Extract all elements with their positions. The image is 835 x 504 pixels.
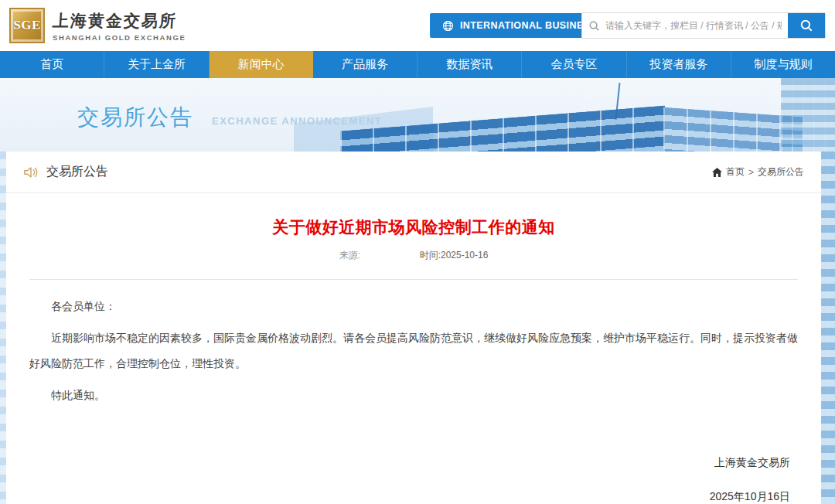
logo-badge-text: SGE [13, 18, 41, 33]
sge-logo-badge: SGE [9, 8, 45, 43]
nav-item-products[interactable]: 产品服务 [313, 51, 418, 78]
nav-label: 新闻中心 [238, 57, 285, 72]
source-label: 来源: [339, 250, 360, 261]
content-card: 交易所公告 首页 > 交易所公告 关于做好近期市场风险控制工作的通知 来源: 时… [6, 152, 821, 504]
header: SGE 上海黄金交易所 SHANGHAI GOLD EXCHANGE INTER… [0, 0, 835, 51]
breadcrumb-home[interactable]: 首页 [726, 165, 745, 179]
article-meta: 来源: 时间:2025-10-16 [29, 249, 798, 262]
nav-label: 首页 [40, 57, 63, 72]
nav-label: 数据资讯 [446, 57, 492, 72]
signature-date: 2025年10月16日 [29, 490, 790, 504]
nav-item-rules[interactable]: 制度与规则 [731, 51, 835, 78]
banner-titles: 交易所公告 EXCHANGE ANNOUNCEMENT [77, 103, 382, 132]
logo-title-cn: 上海黄金交易所 [52, 10, 186, 32]
nav-label: 投资者服务 [649, 57, 707, 72]
article-paragraph: 各会员单位： [29, 294, 798, 319]
logo-text: 上海黄金交易所 SHANGHAI GOLD EXCHANGE [53, 10, 186, 42]
breadcrumb: 首页 > 交易所公告 [712, 165, 804, 179]
search-input[interactable] [605, 20, 782, 31]
signature-name: 上海黄金交易所 [29, 456, 790, 470]
section-title: 交易所公告 [46, 164, 108, 180]
publish-time: 时间:2025-10-16 [420, 250, 489, 261]
nav-label: 制度与规则 [754, 57, 812, 72]
search-submit-icon [799, 19, 813, 32]
globe-icon [442, 20, 454, 32]
nav-item-data[interactable]: 数据资讯 [418, 51, 522, 78]
meta-divider [29, 279, 798, 280]
nav-label: 产品服务 [342, 57, 388, 72]
nav-label: 关于上金所 [128, 57, 186, 72]
nav-item-about[interactable]: 关于上金所 [104, 51, 209, 78]
banner-title-cn: 交易所公告 [77, 103, 193, 132]
logo-title-en: SHANGHAI GOLD EXCHANGE [53, 33, 186, 42]
article-paragraph: 特此通知。 [29, 383, 798, 408]
main-nav: 首页 关于上金所 新闻中心 产品服务 数据资讯 会员专区 投资者服务 制度与规则 [0, 51, 835, 78]
breadcrumb-current: 交易所公告 [758, 165, 804, 179]
background-strip-left [0, 152, 6, 504]
signature-block: 上海黄金交易所 2025年10月16日 [29, 456, 798, 504]
section-banner: 交易所公告 EXCHANGE ANNOUNCEMENT [0, 78, 835, 152]
banner-title-en: EXCHANGE ANNOUNCEMENT [212, 115, 382, 127]
home-icon[interactable] [712, 168, 722, 177]
site-logo[interactable]: SGE 上海黄金交易所 SHANGHAI GOLD EXCHANGE [9, 8, 186, 43]
article-body: 各会员单位： 近期影响市场不稳定的因素较多，国际贵金属价格波动剧烈。请各会员提高… [29, 294, 798, 408]
search-submit-button[interactable] [788, 13, 825, 38]
background-strip-right [821, 152, 835, 504]
article-title: 关于做好近期市场风险控制工作的通知 [29, 216, 798, 238]
breadcrumb-separator: > [748, 167, 754, 178]
nav-item-investor-services[interactable]: 投资者服务 [627, 51, 731, 78]
international-business-label: INTERNATIONAL BUSINESS [460, 20, 597, 31]
search-icon [588, 20, 600, 32]
article: 关于做好近期市场风险控制工作的通知 来源: 时间:2025-10-16 各会员单… [6, 216, 821, 504]
nav-label: 会员专区 [550, 57, 597, 72]
card-header: 交易所公告 首页 > 交易所公告 [6, 152, 821, 193]
building-shape [781, 78, 835, 152]
search-box [581, 12, 826, 39]
announcement-speaker-icon [23, 165, 39, 179]
search-input-zone [582, 13, 788, 38]
nav-item-news-center[interactable]: 新闻中心 [210, 51, 313, 78]
article-paragraph: 近期影响市场不稳定的因素较多，国际贵金属价格波动剧烈。请各会员提高风险防范意识，… [29, 325, 798, 376]
nav-item-home[interactable]: 首页 [0, 51, 104, 78]
page: SGE 上海黄金交易所 SHANGHAI GOLD EXCHANGE INTER… [0, 0, 835, 504]
nav-item-members[interactable]: 会员专区 [522, 51, 626, 78]
